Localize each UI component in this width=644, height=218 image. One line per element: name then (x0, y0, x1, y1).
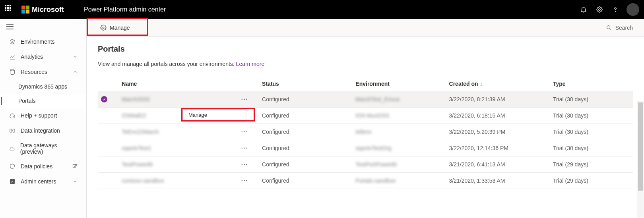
column-header-type[interactable]: Type (550, 77, 633, 91)
help-icon[interactable] (607, 2, 623, 17)
sidebar-item-label: Analytics (21, 54, 43, 60)
cell-environment: TestPortPowerBI (355, 161, 397, 168)
waffle-icon[interactable] (5, 5, 14, 14)
table-row[interactable]: March2020 ··· Configured MarchTest_Envus… (98, 91, 633, 108)
avatar[interactable] (627, 3, 639, 16)
svg-rect-6 (10, 116, 11, 118)
brand-text: Microsoft (32, 6, 64, 14)
cell-created: 3/22/2020, 5:20:39 PM (449, 129, 506, 135)
svg-text:A: A (12, 180, 14, 183)
cell-environment: tellenv (355, 129, 371, 135)
gear-icon (100, 25, 107, 31)
cell-name: March2020 (122, 96, 149, 102)
page-title: Portals (98, 44, 633, 54)
page-description-text: View and manage all portals across your … (98, 61, 236, 67)
column-header-environment[interactable]: Environment (352, 77, 446, 91)
row-more-icon[interactable]: ··· (241, 161, 248, 168)
page-description: View and manage all portals across your … (98, 61, 633, 67)
manage-tooltip-text: Manage (188, 112, 207, 118)
sidebar-item-label: Resources (21, 69, 47, 75)
cell-name: contoso-sandbox (122, 177, 164, 184)
cell-created: 3/21/2020, 1:33:53 AM (449, 177, 505, 184)
shield-icon (9, 163, 16, 170)
sidebar-item-dynamics-365-apps[interactable]: Dynamics 365 apps (0, 79, 86, 94)
notifications-icon[interactable] (576, 2, 592, 17)
sidebar-item-help-support[interactable]: Help + support (0, 108, 86, 123)
sidebar-item-label: Data gateways (preview) (20, 142, 78, 155)
manage-button-label: Manage (110, 25, 130, 31)
sidebar-item-admin-centers[interactable]: A Admin centers (0, 174, 86, 189)
sidebar-item-analytics[interactable]: Analytics (0, 49, 86, 64)
search-input[interactable]: Search (603, 22, 636, 33)
chevron-up-icon (73, 69, 78, 74)
column-header-name[interactable]: Name (118, 77, 238, 91)
brand-logo[interactable]: Microsoft (21, 6, 64, 14)
search-icon (606, 25, 612, 31)
table-row[interactable]: TeEnv22March ··· Configured tellenv 3/22… (98, 124, 633, 140)
row-more-icon[interactable]: ··· (241, 96, 248, 102)
cell-status: Configured (262, 129, 289, 135)
row-selected-icon[interactable] (101, 96, 107, 102)
sidebar-item-data-gateways[interactable]: Data gateways (preview) (0, 138, 86, 159)
cell-environment: sqantvTestOrg (355, 145, 391, 151)
cell-type: Trial (30 days) (553, 129, 588, 135)
cell-type: Trial (30 days) (553, 112, 588, 119)
svg-line-16 (609, 28, 611, 30)
cell-status: Configured (262, 96, 289, 102)
svg-rect-7 (14, 116, 15, 118)
sidebar-item-label: Dynamics 365 apps (18, 83, 67, 90)
cell-type: Trial (30 days) (553, 96, 588, 102)
svg-rect-8 (10, 129, 12, 132)
svg-rect-9 (13, 129, 15, 132)
svg-point-0 (599, 9, 601, 11)
table-row[interactable]: sqantvTest1 ··· Configured sqantvTestOrg… (98, 140, 633, 156)
sidebar-item-label: Environments (21, 39, 55, 45)
app-title: Power Platform admin center (84, 6, 166, 13)
table-row[interactable]: OSMall22 Configured IOS-MunDSS 3/22/2020… (98, 108, 633, 124)
scrollbar-thumb[interactable] (638, 102, 643, 191)
sidebar-item-label: Help + support (21, 112, 57, 119)
table-row[interactable]: contoso-sandbox ··· Configured Portals-s… (98, 173, 633, 189)
page-body: Portals View and manage all portals acro… (87, 37, 644, 218)
cell-status: Configured (262, 112, 289, 119)
command-bar: Manage Search (87, 19, 644, 37)
cell-name: TeEnv22March (122, 129, 159, 135)
sidebar-item-resources[interactable]: Resources (0, 64, 86, 79)
learn-more-link[interactable]: Learn more (236, 61, 265, 67)
row-more-icon[interactable]: ··· (241, 129, 248, 135)
cell-environment: MarchTest_Envus (355, 96, 400, 102)
table-header-row: Name Status Environment Created on↓ Type (98, 77, 633, 91)
row-more-icon[interactable]: ··· (241, 177, 248, 184)
global-header: Microsoft Power Platform admin center (0, 0, 644, 19)
microsoft-logo-icon (21, 6, 29, 14)
sidebar-item-label: Portals (18, 98, 36, 104)
cell-created: 3/22/2020, 8:21:39 AM (449, 96, 505, 102)
sidebar-item-data-integration[interactable]: Data integration (0, 123, 86, 138)
content-area: Manage Search Portals View and manage al… (87, 19, 644, 218)
external-link-icon (72, 164, 78, 169)
table-row[interactable]: TestPowerBI ··· Configured TestPortPower… (98, 156, 633, 173)
manage-button[interactable]: Manage (95, 22, 136, 33)
search-placeholder: Search (615, 25, 633, 31)
cell-status: Configured (262, 161, 289, 168)
cell-name: TestPowerBI (122, 161, 153, 168)
sidebar-item-label: Data integration (21, 127, 60, 134)
portals-table: Name Status Environment Created on↓ Type (98, 77, 633, 189)
sidebar-item-label: Admin centers (21, 178, 56, 185)
cell-created: 3/21/2020, 6:41:13 AM (449, 161, 505, 168)
sidebar-item-environments[interactable]: Environments (0, 34, 86, 49)
cell-created: 3/22/2020, 6:18:15 AM (449, 112, 505, 119)
sort-desc-icon: ↓ (480, 81, 483, 87)
headset-icon (9, 112, 16, 119)
sidebar-item-data-policies[interactable]: Data policies (0, 159, 86, 174)
row-more-icon[interactable]: ··· (241, 145, 248, 151)
settings-icon[interactable] (592, 2, 607, 17)
column-header-created[interactable]: Created on↓ (446, 77, 550, 91)
sidebar-toggle[interactable] (0, 19, 86, 34)
integration-icon (9, 127, 16, 134)
column-header-status[interactable]: Status (259, 77, 352, 91)
sidebar-item-label: Data policies (21, 163, 52, 170)
sidebar: Environments Analytics Resources Dynamic… (0, 19, 87, 218)
vertical-scrollbar[interactable] (637, 101, 644, 218)
sidebar-item-portals[interactable]: Portals (0, 94, 86, 108)
